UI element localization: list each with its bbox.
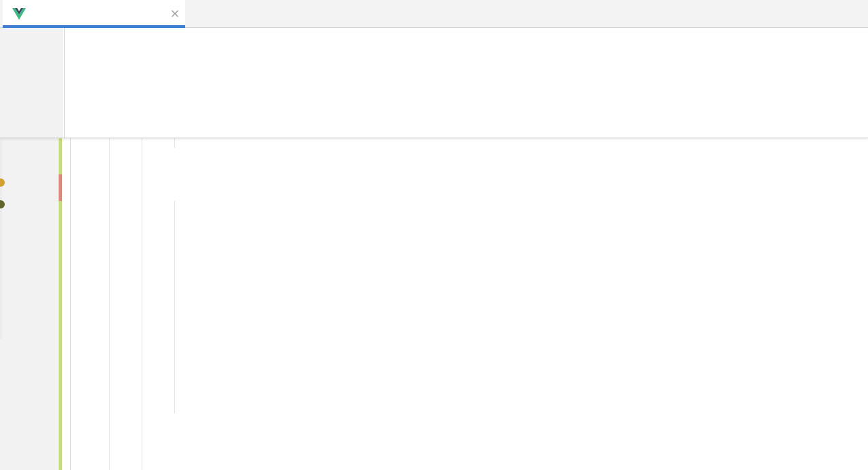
indent-guide [174,138,175,148]
ide-window [0,0,868,470]
editor-content[interactable] [0,138,868,470]
editor-tab-bar [0,0,868,28]
indent-guide [109,138,110,470]
indent-guide [142,138,142,470]
code-editor[interactable] [0,28,868,470]
tab-close-icon[interactable] [170,9,180,18]
gutter-separator [70,138,71,470]
sticky-line-number-gutter [0,28,63,138]
sticky-gutter-separator [64,28,65,138]
vue-logo-icon [12,8,26,20]
left-edge-panel-sliver [0,138,2,339]
indent-guide [174,201,175,413]
vcs-modified-bar[interactable] [59,174,62,201]
line-number-gutter [0,138,58,470]
file-tab[interactable] [3,0,185,27]
sticky-lines-panel [0,28,868,138]
